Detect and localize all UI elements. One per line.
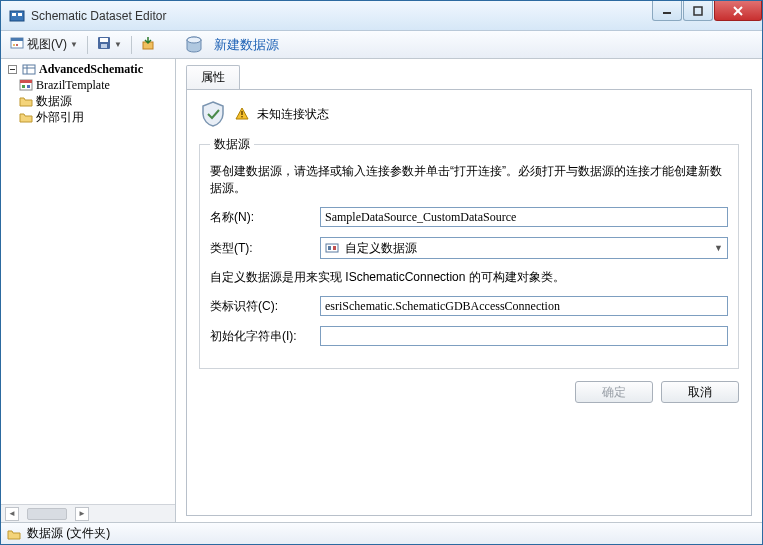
datasource-fieldset: 数据源 要创建数据源，请选择或输入连接参数并单击“打开连接”。必须打开与数据源的… [199, 136, 739, 369]
initstr-label: 初始化字符串(I): [210, 328, 320, 345]
svg-rect-2 [18, 13, 22, 16]
separator [131, 36, 132, 54]
button-row: 确定 取消 [199, 381, 739, 403]
dataset-icon [22, 62, 36, 76]
status-message: 未知连接状态 [257, 106, 329, 123]
view-icon [10, 36, 24, 53]
svg-rect-19 [23, 65, 35, 74]
datasource-icon [184, 35, 204, 55]
svg-rect-29 [328, 246, 331, 250]
svg-rect-24 [22, 85, 25, 88]
sidebar-scrollbar[interactable]: ◄ ► [1, 504, 175, 522]
name-input[interactable] [320, 207, 728, 227]
tree-item-label: BrazilTemplate [36, 78, 110, 93]
folder-icon [19, 110, 33, 124]
svg-point-10 [16, 44, 18, 46]
tab-properties[interactable]: 属性 [186, 65, 240, 89]
cancel-button[interactable]: 取消 [661, 381, 739, 403]
warning-icon [235, 107, 249, 121]
save-icon [97, 36, 111, 53]
svg-rect-28 [326, 244, 338, 252]
type-value: 自定义数据源 [345, 240, 708, 257]
initstr-input[interactable] [320, 326, 728, 346]
tree-view[interactable]: AdvancedSchematic BrazilTemplate 数据源 外部引… [1, 59, 175, 504]
tree-root-label: AdvancedSchematic [39, 62, 143, 77]
svg-point-9 [13, 44, 15, 46]
maximize-button[interactable] [683, 1, 713, 21]
close-button[interactable] [714, 1, 762, 21]
chevron-down-icon: ▼ [714, 243, 723, 253]
chevron-down-icon: ▼ [114, 40, 122, 49]
chevron-down-icon: ▼ [70, 40, 78, 49]
name-label: 名称(N): [210, 209, 320, 226]
form-hint: 要创建数据源，请选择或输入连接参数并单击“打开连接”。必须打开与数据源的连接才能… [210, 163, 728, 197]
app-icon [9, 8, 25, 24]
statusbar: 数据源 (文件夹) [1, 522, 762, 544]
connection-status: 未知连接状态 [199, 100, 739, 128]
fieldset-legend: 数据源 [210, 136, 254, 153]
view-menu-button[interactable]: 视图(V) ▼ [5, 34, 83, 56]
svg-rect-25 [27, 85, 30, 88]
window-title: Schematic Dataset Editor [31, 9, 651, 23]
app-window: Schematic Dataset Editor 视图(V) ▼ ▼ [0, 0, 763, 545]
import-button[interactable] [136, 34, 160, 56]
row-initstr: 初始化字符串(I): [210, 326, 728, 346]
row-name: 名称(N): [210, 207, 728, 227]
new-datasource-link[interactable]: 新建数据源 [214, 36, 279, 54]
sidebar-toolbar: 视图(V) ▼ ▼ [1, 31, 176, 59]
template-icon [19, 78, 33, 92]
separator [87, 36, 88, 54]
type-note: 自定义数据源是用来实现 ISchematicConnection 的可构建对象类… [210, 269, 728, 286]
svg-rect-13 [101, 44, 107, 48]
minus-icon[interactable] [5, 62, 19, 76]
classid-label: 类标识符(C): [210, 298, 320, 315]
window-buttons [651, 1, 762, 30]
tab-strip: 属性 [186, 67, 752, 89]
custom-type-icon [325, 241, 339, 255]
titlebar[interactable]: Schematic Dataset Editor [1, 1, 762, 31]
svg-rect-27 [241, 116, 242, 117]
scroll-right-icon[interactable]: ► [75, 507, 89, 521]
client-area: 视图(V) ▼ ▼ 新建数据源 [1, 31, 762, 544]
svg-rect-23 [20, 80, 32, 83]
main-header: 新建数据源 [176, 31, 762, 59]
tree-item[interactable]: BrazilTemplate [1, 77, 175, 93]
tree-item-label: 外部引用 [36, 109, 84, 126]
tree-item[interactable]: 外部引用 [1, 109, 175, 125]
main-panel: 属性 未知连接状态 数据源 [176, 59, 762, 522]
svg-rect-30 [333, 246, 336, 250]
svg-point-16 [187, 37, 201, 43]
save-button[interactable]: ▼ [92, 34, 127, 56]
scroll-left-icon[interactable]: ◄ [5, 507, 19, 521]
folder-icon [19, 94, 33, 108]
svg-rect-12 [100, 38, 108, 42]
svg-rect-1 [12, 13, 16, 16]
type-label: 类型(T): [210, 240, 320, 257]
row-type: 类型(T): 自定义数据源 ▼ [210, 237, 728, 259]
svg-rect-4 [694, 7, 702, 15]
ok-button[interactable]: 确定 [575, 381, 653, 403]
tree-root[interactable]: AdvancedSchematic [1, 61, 175, 77]
tree-item-label: 数据源 [36, 93, 72, 110]
properties-panel: 未知连接状态 数据源 要创建数据源，请选择或输入连接参数并单击“打开连接”。必须… [186, 89, 752, 516]
folder-icon [7, 527, 21, 541]
svg-rect-8 [11, 38, 23, 41]
statusbar-text: 数据源 (文件夹) [27, 525, 110, 542]
classid-input[interactable] [320, 296, 728, 316]
import-icon [141, 36, 155, 53]
svg-rect-26 [241, 111, 242, 115]
row-classid: 类标识符(C): [210, 296, 728, 316]
shield-icon [199, 100, 227, 128]
scroll-thumb[interactable] [27, 508, 67, 520]
sidebar: AdvancedSchematic BrazilTemplate 数据源 外部引… [1, 59, 176, 522]
view-label: 视图(V) [27, 36, 67, 53]
type-select[interactable]: 自定义数据源 ▼ [320, 237, 728, 259]
minimize-button[interactable] [652, 1, 682, 21]
tree-item[interactable]: 数据源 [1, 93, 175, 109]
